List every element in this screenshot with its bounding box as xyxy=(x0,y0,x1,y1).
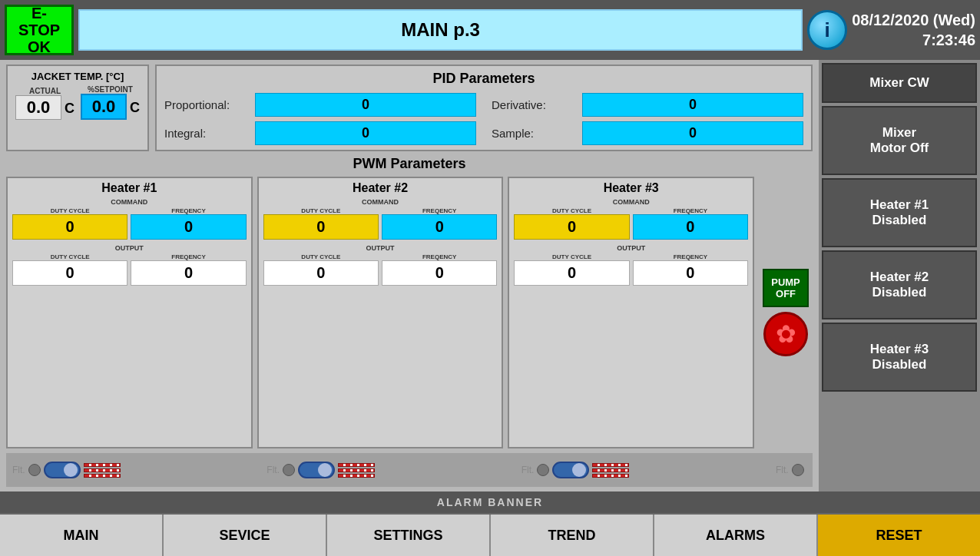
estop-button[interactable]: E-STOPOK xyxy=(5,5,74,55)
jacket-actual-col: ACTUAL 0.0 C xyxy=(15,87,74,120)
jacket-setpoint-label: %SETPOINT xyxy=(88,85,133,94)
heaters-row: Heater #1 COMMAND DUTY CYCLE 0 FREQENCY … xyxy=(6,177,813,448)
heater-3-freq-label: FREQENCY xyxy=(674,207,707,214)
filter-1-stripe-2 xyxy=(84,468,121,472)
pid-sample-value[interactable]: 0 xyxy=(582,121,803,145)
main-title: MAIN p.3 xyxy=(78,9,803,51)
filter-row: Flt. Flt. Flt. xyxy=(6,453,813,487)
filter-1-label: Flt. xyxy=(12,465,25,475)
heater-1-out-duty-label: DUTY CYCLE xyxy=(51,253,90,260)
filter-4-label: Flt. xyxy=(776,465,789,475)
nav-alarms-button[interactable]: ALARMS xyxy=(654,515,818,556)
jacket-setpoint-col: %SETPOINT 0.0 C xyxy=(81,85,140,120)
mixer-cw-button[interactable]: Mixer CW xyxy=(822,63,977,103)
pid-proportional-value[interactable]: 0 xyxy=(255,93,476,117)
heater-2-cmd-label: COMMAND xyxy=(263,198,498,206)
heater-1-out-duty-grp: DUTY CYCLE 0 xyxy=(12,253,127,286)
filter-3-stripe-1 xyxy=(592,463,629,467)
filter-1-stripe-3 xyxy=(84,474,121,478)
pump-button[interactable]: PUMPOFF xyxy=(763,269,809,307)
jacket-actual-unit: C xyxy=(65,101,74,117)
heater-3-button[interactable]: Heater #3Disabled xyxy=(822,323,977,392)
heater-2-out-freq-label: FREQENCY xyxy=(422,253,456,260)
heater-3-out-freq: 0 xyxy=(633,260,748,286)
jacket-setpoint-unit: C xyxy=(130,100,140,116)
heater-1-btn-label: Heater #1Disabled xyxy=(870,197,929,229)
heater-3-btn-label: Heater #3Disabled xyxy=(870,342,929,373)
mixer-motor-off-button[interactable]: MixerMotor Off xyxy=(822,106,977,175)
pid-proportional-row: Proportional: 0 xyxy=(164,93,476,117)
filter-4-circle xyxy=(792,464,804,476)
heater-1-freq-grp: FREQENCY 0 xyxy=(131,207,246,240)
heater-1-out-freq-grp: FREQENCY 0 xyxy=(131,253,246,286)
pid-derivative-value[interactable]: 0 xyxy=(582,93,803,117)
pump-fan-area: PUMPOFF ✿ xyxy=(759,177,813,448)
heater-1-button[interactable]: Heater #1Disabled xyxy=(822,178,977,247)
pid-title: PID Parameters xyxy=(164,71,803,87)
nav-alarms-label: ALARMS xyxy=(706,528,765,544)
mixer-motor-off-label: MixerMotor Off xyxy=(870,125,929,157)
heater-2-out-label: OUTPUT xyxy=(263,244,498,252)
right-panel: Mixer CW MixerMotor Off Heater #1Disable… xyxy=(819,60,980,491)
nav-settings-label: SETTINGS xyxy=(373,528,442,544)
heater-3-title: Heater #3 xyxy=(514,181,748,195)
filter-group-4: Flt. xyxy=(776,464,806,476)
heater-1-cmd-duty[interactable]: 0 xyxy=(12,214,127,240)
heater-2-out-duty-label: DUTY CYCLE xyxy=(301,253,340,260)
content-area: JACKET TEMP. [°C] ACTUAL 0.0 C %SETPOINT… xyxy=(0,60,980,491)
nav-reset-button[interactable]: RESET xyxy=(818,515,980,556)
jacket-setpoint-value[interactable]: 0.0 xyxy=(81,94,127,120)
jacket-temp-panel: JACKET TEMP. [°C] ACTUAL 0.0 C %SETPOINT… xyxy=(6,65,149,151)
heater-1-panel: Heater #1 COMMAND DUTY CYCLE 0 FREQENCY … xyxy=(6,177,253,448)
filter-3-label: Flt. xyxy=(521,465,535,475)
filter-2-stripe-1 xyxy=(338,463,375,467)
nav-service-button[interactable]: SEVICE xyxy=(164,515,327,556)
heater-2-panel: Heater #2 COMMAND DUTY CYCLE 0 FREQENCY … xyxy=(257,177,504,448)
heater-1-out-label: OUTPUT xyxy=(12,244,247,252)
pid-sample-row: Sample: 0 xyxy=(492,121,803,145)
filter-2-circle xyxy=(283,464,295,476)
heater-3-panel: Heater #3 COMMAND DUTY CYCLE 0 FREQENCY … xyxy=(508,177,754,448)
nav-service-label: SEVICE xyxy=(219,528,270,544)
info-button[interactable]: i xyxy=(807,10,847,50)
heater-2-out-cols: DUTY CYCLE 0 FREQENCY 0 xyxy=(263,253,498,286)
jacket-actual-label: ACTUAL xyxy=(29,87,61,95)
jacket-temp-title: JACKET TEMP. [°C] xyxy=(31,71,124,82)
nav-main-button[interactable]: MAIN xyxy=(0,515,164,556)
heater-1-cmd-freq[interactable]: 0 xyxy=(131,214,246,240)
heater-3-cmd-duty[interactable]: 0 xyxy=(514,214,629,240)
filter-group-1: Flt. xyxy=(12,462,267,478)
page-title: MAIN p.3 xyxy=(401,19,480,41)
nav-trend-label: TREND xyxy=(548,528,596,544)
nav-settings-button[interactable]: SETTINGS xyxy=(327,515,491,556)
main-panel: JACKET TEMP. [°C] ACTUAL 0.0 C %SETPOINT… xyxy=(0,60,819,491)
filter-2-label: Flt. xyxy=(267,465,280,475)
nav-trend-button[interactable]: TREND xyxy=(491,515,654,556)
jacket-temp-row: ACTUAL 0.0 C %SETPOINT 0.0 C xyxy=(15,85,140,120)
filter-3-stripe-3 xyxy=(592,474,629,478)
heater-3-cmd-freq[interactable]: 0 xyxy=(633,214,748,240)
filter-1-toggle[interactable] xyxy=(44,462,81,478)
time-display: 7:23:46 xyxy=(922,31,975,48)
heater-3-out-freq-grp: FREQENCY 0 xyxy=(633,253,748,286)
heater-2-cmd-duty[interactable]: 0 xyxy=(263,214,379,240)
filter-1-stripes xyxy=(84,463,121,478)
heater-1-title: Heater #1 xyxy=(12,181,247,195)
heater-1-cmd-label: COMMAND xyxy=(12,198,247,206)
heater-2-out-duty: 0 xyxy=(263,260,379,286)
pid-integral-value[interactable]: 0 xyxy=(255,121,476,145)
pid-grid: Proportional: 0 Derivative: 0 Integral: … xyxy=(164,93,803,145)
filter-2-toggle[interactable] xyxy=(298,462,335,478)
heater-2-duty-grp: DUTY CYCLE 0 xyxy=(263,207,379,240)
heater-2-out-freq: 0 xyxy=(382,260,497,286)
heater-2-cmd-cols: DUTY CYCLE 0 FREQENCY 0 xyxy=(263,207,498,240)
heater-2-cmd-freq[interactable]: 0 xyxy=(382,214,497,240)
filter-3-toggle[interactable] xyxy=(552,462,589,478)
filter-group-2: Flt. xyxy=(267,462,521,478)
heater-3-out-freq-label: FREQENCY xyxy=(674,253,707,260)
datetime: 08/12/2020 (Wed) 7:23:46 xyxy=(852,10,975,50)
heater-3-out-duty-label: DUTY CYCLE xyxy=(552,253,591,260)
heater-2-button[interactable]: Heater #2Disabled xyxy=(822,250,977,319)
nav-reset-label: RESET xyxy=(876,528,922,544)
heater-3-out-duty: 0 xyxy=(514,260,629,286)
